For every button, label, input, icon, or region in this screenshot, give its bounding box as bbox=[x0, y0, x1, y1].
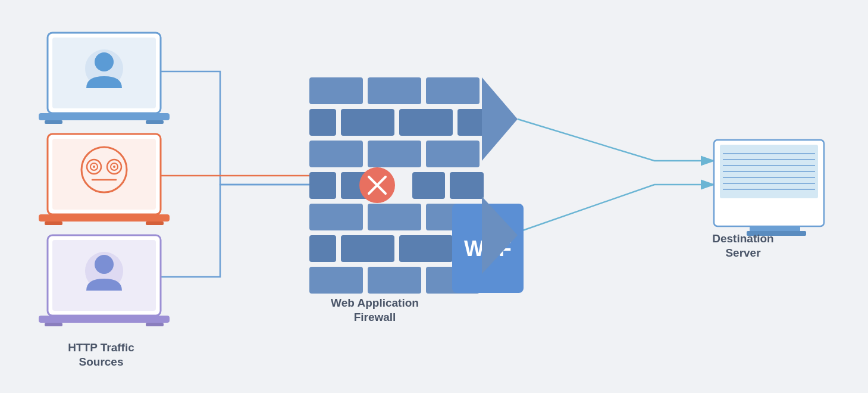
laptop-user-bottom bbox=[39, 235, 170, 326]
line-waf-dest-bottom bbox=[518, 185, 714, 232]
svg-rect-32 bbox=[399, 109, 453, 136]
label-waf-line2: Firewall bbox=[354, 311, 396, 323]
diagram-container: WAF HTTP bbox=[0, 0, 868, 393]
svg-rect-33 bbox=[457, 109, 484, 136]
svg-rect-36 bbox=[426, 141, 480, 167]
label-dest-line2: Server bbox=[725, 247, 761, 259]
line-user-top bbox=[161, 71, 309, 185]
svg-rect-5 bbox=[39, 113, 170, 120]
svg-rect-19 bbox=[146, 222, 164, 225]
svg-rect-26 bbox=[146, 323, 164, 326]
svg-rect-48 bbox=[368, 267, 421, 294]
svg-rect-40 bbox=[450, 172, 484, 199]
svg-rect-39 bbox=[412, 172, 445, 199]
svg-rect-28 bbox=[368, 77, 421, 104]
svg-rect-30 bbox=[309, 109, 336, 136]
svg-rect-44 bbox=[309, 235, 336, 262]
line-user-bottom bbox=[161, 185, 309, 277]
label-dest-line1: Destination bbox=[712, 232, 773, 245]
laptop-user-top bbox=[39, 33, 170, 124]
destination-server bbox=[714, 140, 824, 236]
svg-point-13 bbox=[93, 166, 95, 168]
svg-rect-42 bbox=[368, 204, 421, 230]
svg-point-4 bbox=[95, 52, 114, 71]
svg-point-16 bbox=[113, 166, 115, 168]
laptop-attacker bbox=[39, 134, 170, 225]
svg-rect-27 bbox=[309, 77, 363, 104]
svg-rect-35 bbox=[368, 141, 421, 167]
label-http-line2: Sources bbox=[79, 355, 124, 368]
svg-rect-31 bbox=[341, 109, 394, 136]
line-waf-dest-top bbox=[518, 119, 714, 161]
svg-rect-45 bbox=[341, 235, 394, 262]
svg-rect-37 bbox=[309, 172, 336, 199]
svg-rect-47 bbox=[309, 267, 363, 294]
svg-rect-17 bbox=[39, 214, 170, 222]
svg-rect-18 bbox=[45, 222, 62, 225]
svg-rect-25 bbox=[45, 323, 62, 326]
svg-rect-46 bbox=[399, 235, 453, 262]
label-waf-line1: Web Application bbox=[331, 297, 419, 309]
label-http-line1: HTTP Traffic bbox=[68, 341, 134, 354]
svg-rect-24 bbox=[39, 316, 170, 323]
svg-point-23 bbox=[95, 255, 114, 274]
svg-rect-7 bbox=[146, 120, 164, 124]
svg-rect-29 bbox=[426, 77, 480, 104]
svg-rect-41 bbox=[309, 204, 363, 230]
svg-rect-9 bbox=[52, 139, 156, 210]
svg-marker-52 bbox=[482, 77, 518, 161]
svg-rect-6 bbox=[45, 120, 62, 124]
svg-rect-34 bbox=[309, 141, 363, 167]
